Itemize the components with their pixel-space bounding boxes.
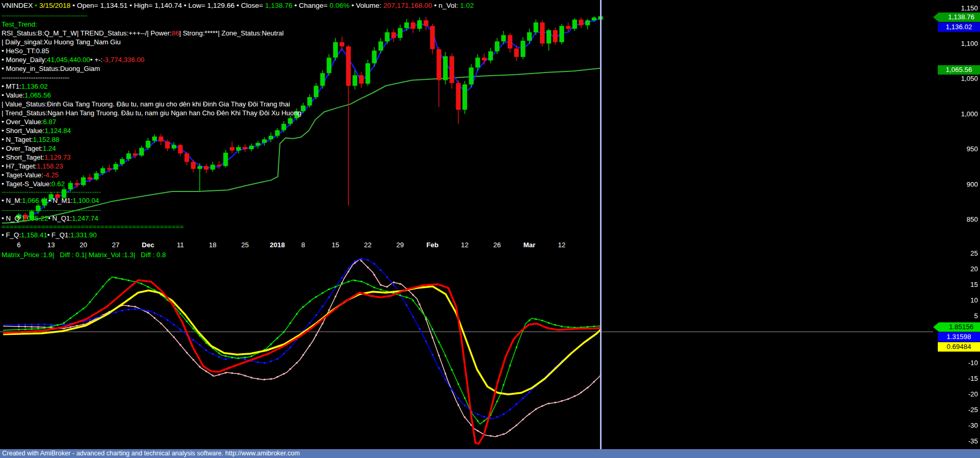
matrix-green-dot	[425, 317, 427, 318]
matrix-green-dot	[587, 326, 589, 328]
matrix-red-dot	[180, 318, 181, 319]
header-segment: 207,171,168.00	[383, 2, 432, 9]
matrix-white-dot	[399, 283, 401, 285]
matrix-white-dot	[393, 282, 395, 283]
text-segment: 86	[172, 29, 179, 37]
matrix-red-dot	[419, 285, 420, 287]
text-segment: • N_M1:	[48, 197, 72, 204]
matrix-blue-dot	[412, 316, 414, 318]
matrix-white-dot	[445, 373, 446, 375]
text-segment: 1,124.84	[44, 127, 71, 135]
matrix-green-dot	[432, 329, 433, 330]
matrix-red-dot	[302, 333, 304, 335]
candle-body	[527, 32, 532, 41]
info-line-8: • MT1:1,136.02	[2, 82, 47, 91]
candle-body	[501, 35, 506, 41]
text-segment: 6.87	[43, 118, 56, 126]
matrix-red-dot	[18, 331, 20, 333]
axis-tick-label: 20	[936, 265, 978, 273]
matrix-blue-dot	[95, 317, 97, 319]
matrix-red-dot	[555, 329, 556, 330]
matrix-white-dot	[83, 324, 84, 326]
info-line-9: • Value:1,065.56	[2, 91, 51, 100]
matrix-green-dot	[108, 279, 110, 280]
matrix-white-dot	[458, 404, 459, 406]
matrix-white-dot	[160, 322, 162, 324]
time-axis-label: 18	[209, 240, 216, 250]
matrix-red-dot	[289, 341, 291, 343]
time-axis-label: 26	[493, 240, 500, 250]
matrix-red-dot	[76, 322, 78, 323]
matrix-red-dot	[412, 287, 414, 288]
matrix-green-dot	[128, 280, 129, 281]
matrix-red-dot	[529, 324, 530, 326]
matrix-red-dot	[483, 433, 485, 435]
matrix-blue-dot	[315, 315, 317, 316]
time-axis-label: Feb	[426, 240, 438, 250]
matrix-red-dot	[102, 308, 104, 310]
axis-tick-label: 10	[936, 296, 978, 305]
info-line-16: • Short_Taget:1,129.73	[2, 153, 71, 162]
matrix-blue-dot	[173, 324, 175, 326]
matrix-green-dot	[95, 294, 97, 295]
axis-tick-label: 25	[936, 249, 978, 258]
header-segment: 1,138.76	[265, 2, 292, 9]
matrix-green-dot	[63, 322, 65, 323]
time-axis-label: 6	[17, 240, 20, 250]
matrix-red-dot	[24, 331, 26, 332]
matrix-white-dot	[509, 429, 511, 431]
matrix-blue-dot	[128, 309, 129, 310]
time-axis-label: Dec	[142, 240, 154, 250]
text-segment: 1.24	[43, 144, 56, 152]
matrix-blue-dot	[63, 324, 65, 326]
candle-body	[185, 153, 189, 162]
info-line-5: • Money_Daily:41,045,440.00• +-:-3,774,3…	[2, 55, 144, 64]
info-line-24: ========================================…	[2, 222, 183, 231]
matrix-green-dot	[309, 301, 311, 303]
matrix-white-dot	[490, 435, 492, 437]
matrix-green-dot	[548, 322, 549, 324]
matrix-white-dot	[529, 413, 530, 415]
matrix-green-dot	[115, 277, 117, 279]
matrix-white-dot	[432, 336, 433, 338]
text-segment: 1,158.41	[21, 231, 47, 239]
candle-body	[146, 141, 151, 148]
matrix-blue-dot	[425, 341, 427, 342]
header-segment: • Change=	[292, 2, 329, 9]
candle-body	[469, 67, 474, 84]
text-segment: 1,066.61	[22, 197, 48, 204]
matrix-white-dot	[24, 326, 26, 328]
last-value-badge: 1,065.56	[938, 65, 980, 75]
matrix-white-dot	[192, 359, 194, 360]
candle-body	[327, 58, 332, 74]
last-value-badge: 0.69484	[938, 342, 980, 352]
text-segment: 1,129.73	[44, 153, 71, 161]
matrix-blue-dot	[218, 356, 220, 358]
candle-body	[495, 41, 499, 51]
info-line-4: • HeSo_TT:0.85	[2, 46, 49, 55]
matrix-green-dot	[445, 355, 446, 356]
matrix-white-dot	[264, 379, 265, 380]
info-line-23: • N_Q:1,085.22• N_Q1:1,247.74	[2, 214, 98, 223]
header-segment: •	[33, 2, 39, 9]
matrix-green-dot	[335, 286, 336, 287]
matrix-red-dot	[264, 354, 265, 356]
candle-body	[81, 177, 86, 185]
matrix-red-dot	[490, 410, 492, 412]
matrix-red-dot	[89, 316, 91, 318]
matrix-green-dot	[89, 302, 91, 303]
text-segment: 1,331.90	[70, 231, 97, 239]
candle-body	[114, 164, 118, 170]
time-axis-label: 2018	[270, 240, 285, 250]
candle-body	[301, 105, 305, 111]
candle-body	[508, 35, 512, 49]
text-segment: | Trend_Status:Ngan Han Tang Truong. Đâu…	[2, 109, 301, 117]
matrix-red-dot	[83, 319, 84, 321]
matrix-blue-dot	[121, 310, 123, 311]
matrix-green-dot	[218, 353, 220, 354]
matrix-red-dot	[516, 335, 517, 337]
candle-body	[443, 56, 448, 80]
matrix-blue-dot	[374, 263, 375, 264]
matrix-white-dot	[134, 306, 136, 307]
matrix-blue-dot	[38, 323, 39, 325]
